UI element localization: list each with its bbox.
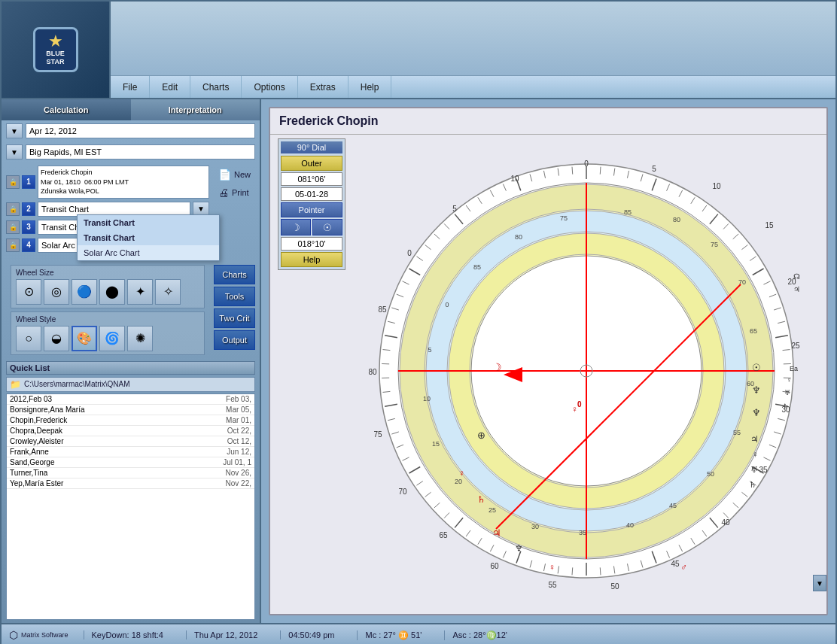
menu-area: File Edit Charts Options Extras Help [111,2,835,98]
list-item[interactable]: Frank,AnneJun 12, [7,447,254,457]
menu-extras[interactable]: Extras [298,76,348,98]
lock-btn-3[interactable]: 🔒 [6,220,20,234]
tools-button[interactable]: Tools [214,287,255,306]
sun-button[interactable]: ☉ [312,219,342,235]
dropdown-item-0[interactable]: Transit Chart [78,215,219,230]
new-button[interactable]: 📄 New [214,167,255,182]
top-bar: ★ BLUESTAR File Edit Charts Options Extr… [2,2,835,99]
pointer-button[interactable]: Pointer [281,202,342,217]
menu-help[interactable]: Help [348,76,392,98]
location-row: ▼ [2,141,260,163]
svg-text:40: 40 [721,518,730,527]
svg-text:45: 45 [668,502,676,509]
print-icon: 🖨 [218,187,229,199]
outer-button[interactable]: Outer [281,156,342,171]
list-item[interactable]: Turner,TinaNov 26, [7,468,254,478]
location-input[interactable] [26,144,255,159]
svg-text:85: 85 [473,263,480,271]
quick-list-title: Quick List [6,361,255,375]
wheel-size-6[interactable]: ✧ [155,279,181,305]
svg-text:♆: ♆ [752,384,761,396]
wheel-style-4[interactable]: 🌀 [99,326,125,351]
help-button[interactable]: Help [281,252,342,267]
wheel-style-icons: ○ ◒ 🎨 🌀 ✺ [16,326,199,351]
two-crit-button[interactable]: Two Crit [214,308,255,328]
location-dropdown-arrow[interactable]: ▼ [6,144,23,159]
status-time: 04:50:49 pm [280,630,342,639]
date-input[interactable] [26,123,255,138]
scroll-down-button[interactable]: ▼ [813,575,826,591]
lock-btn-2[interactable]: 🔒 [6,202,20,216]
list-item[interactable]: Bonsignore,Ana MaríaMar 05, [7,405,254,415]
wheel-size-4[interactable]: ⬤ [99,279,125,305]
wheel-style-2[interactable]: ◒ [44,326,69,351]
wheel-size-icons: ⊙ ◎ 🔵 ⬤ ✦ ✧ [16,279,199,305]
svg-text:40: 40 [625,521,633,529]
svg-text:5: 5 [652,165,656,173]
status-keydown: KeyDown: 18 shft:4 [84,630,171,639]
dropdown-item-1[interactable]: Transit Chart [78,230,219,245]
list-item[interactable]: Yep,María EsterNov 22, [7,478,254,489]
dial-value-2: 05-01-28 [281,187,342,201]
list-item[interactable]: Chopin,FrederickMar 01, [7,415,254,426]
lock-btn-1[interactable]: 🔒 [6,175,20,189]
print-button[interactable]: 🖨 Print [214,185,255,200]
chart-name-1[interactable]: Frederick Chopin Mar 01, 1810 06:00 PM L… [38,166,209,199]
output-button[interactable]: Output [214,330,255,350]
svg-text:65: 65 [749,327,756,335]
quick-list-items[interactable]: 2012,Feb 03Feb 03, Bonsignore,Ana MaríaM… [6,393,255,620]
svg-text:50: 50 [706,470,714,478]
status-mc: Mc : 27° ♊ 51' [357,630,429,640]
wheel-style-3[interactable]: 🎨 [72,326,97,351]
list-item[interactable]: Crowley,AleisterOct 12, [7,436,254,447]
menu-charts[interactable]: Charts [190,76,242,98]
svg-text:75: 75 [559,214,567,222]
menu-bar: File Edit Charts Options Extras Help [111,75,835,98]
svg-text:⊕: ⊕ [477,430,485,441]
moon-button[interactable]: ☽ [281,219,311,235]
svg-text:30: 30 [531,523,538,530]
date-row: ▼ [2,120,260,141]
tab-calculation[interactable]: Calculation [2,99,131,120]
main-content: Calculation Interpretation ▼ ▼ 🔒 [2,99,835,623]
chart-window: Frederick Chopin 90° Dial Outer 081°06' … [269,107,828,615]
wheel-size-1[interactable]: ⊙ [16,279,41,305]
svg-text:65: 65 [439,531,448,539]
wheel-size-2[interactable]: ◎ [44,279,69,305]
menu-file[interactable]: File [111,76,150,98]
svg-text:60: 60 [490,562,499,570]
wheel-size-label: Wheel Size [16,269,199,277]
menu-edit[interactable]: Edit [150,76,190,98]
status-logo: ⬡ Matrix Software [9,629,68,641]
menu-options[interactable]: Options [242,76,297,98]
svg-text:♅: ♅ [784,389,790,396]
date-dropdown-arrow[interactable]: ▼ [6,123,23,138]
dial-value-1: 081°06' [281,172,342,186]
wheel-style-5[interactable]: ✺ [127,326,153,351]
wheel-size-5[interactable]: ✦ [127,279,153,305]
svg-text:♀: ♀ [787,376,792,384]
wheel-size-3[interactable]: 🔵 [72,279,97,305]
wheel-style-1[interactable]: ○ [16,326,41,351]
left-panel: Calculation Interpretation ▼ ▼ 🔒 [2,99,261,623]
lock-btn-4[interactable]: 🔒 [6,238,20,252]
dropdown-item-2[interactable]: Solar Arc Chart [78,245,219,260]
charts-button[interactable]: Charts [214,265,255,284]
svg-text:♀: ♀ [752,449,759,460]
matrix-software-label: Matrix Software [21,631,68,639]
app-frame: ★ BLUESTAR File Edit Charts Options Extr… [0,0,837,644]
tab-interpretation[interactable]: Interpretation [131,99,260,120]
dial-panel: 90° Dial Outer 081°06' 05-01-28 Pointer … [278,138,345,270]
status-date: Thu Apr 12, 2012 [186,630,265,639]
svg-text:5: 5 [428,346,431,354]
svg-text:♀: ♀ [458,468,465,478]
list-item[interactable]: Sand,GeorgeJul 01, 1 [7,457,254,468]
wheel-style-section: Wheel Style ○ ◒ 🎨 🌀 ✺ [11,311,205,355]
chart-num-4: 4 [22,238,35,252]
svg-text:10: 10 [422,395,430,402]
list-item[interactable]: Chopra,DeepakOct 22, [7,426,254,436]
svg-text:75: 75 [373,430,382,439]
svg-text:0: 0 [407,249,412,257]
svg-text:55: 55 [548,581,557,589]
list-item[interactable]: 2012,Feb 03Feb 03, [7,394,254,405]
